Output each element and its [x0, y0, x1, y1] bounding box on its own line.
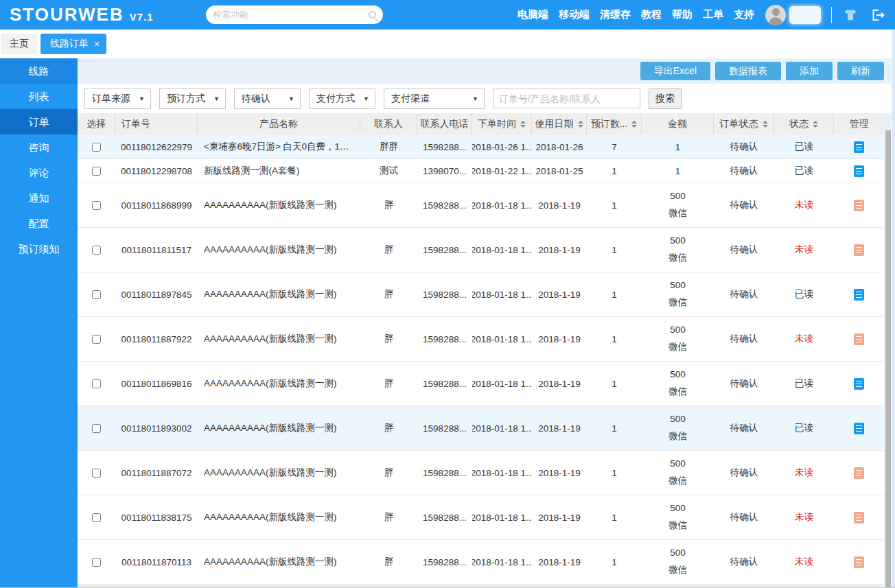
- document-icon[interactable]: [854, 423, 864, 434]
- amount: 500: [670, 503, 686, 513]
- amount-cell: 500 微信: [642, 317, 714, 361]
- row-checkbox[interactable]: [92, 424, 101, 433]
- chevron-down-icon: ▼: [363, 95, 369, 102]
- amount: 1: [675, 142, 681, 152]
- filter-dropdown[interactable]: 支付方式 ▼: [309, 89, 375, 109]
- select-cell: [78, 406, 115, 450]
- avatar[interactable]: [765, 5, 786, 25]
- topnav-link[interactable]: 电脑端: [518, 8, 548, 21]
- manage-cell: [834, 362, 884, 405]
- document-icon[interactable]: [854, 556, 864, 568]
- sort-icon[interactable]: [520, 121, 526, 128]
- global-search[interactable]: [206, 5, 383, 24]
- search-icon[interactable]: [369, 11, 376, 19]
- topnav-link[interactable]: 移动端: [559, 8, 590, 21]
- contact-phone: 1598288...: [417, 183, 472, 227]
- filter-dropdown[interactable]: 待确认 ▼: [234, 89, 301, 109]
- sidebar-item[interactable]: 评论: [0, 160, 78, 185]
- document-icon[interactable]: [854, 165, 864, 177]
- row-checkbox[interactable]: [92, 513, 101, 522]
- order-time: 2018-01-26 1...: [472, 135, 532, 158]
- sidebar-item[interactable]: 通知: [0, 185, 78, 211]
- contact-name: 胖: [360, 362, 417, 405]
- topnav-link[interactable]: 支持: [734, 8, 754, 21]
- sidebar-item[interactable]: 咨询: [0, 134, 78, 160]
- column-header-label: 使用日期: [535, 118, 574, 130]
- sidebar-item[interactable]: 订单: [0, 109, 78, 134]
- row-checkbox[interactable]: [92, 167, 101, 176]
- sidebar-item[interactable]: 线路: [0, 58, 78, 84]
- row-checkbox[interactable]: [92, 469, 101, 478]
- row-checkbox[interactable]: [92, 290, 101, 299]
- order-time: 2018-01-18 1...: [472, 228, 532, 272]
- sort-icon[interactable]: [813, 121, 818, 128]
- column-header: 管理: [834, 113, 884, 135]
- toolbar-button[interactable]: 导出Excel: [640, 62, 710, 80]
- order-no: 00118011870113: [115, 540, 198, 584]
- amount: 500: [670, 235, 686, 246]
- sidebar-item[interactable]: 配置: [0, 211, 78, 236]
- use-date: 2018-1-19: [532, 362, 587, 405]
- order-no: 00118011893002: [115, 406, 198, 450]
- row-checkbox[interactable]: [92, 201, 101, 210]
- filter-dropdown[interactable]: 订单来源 ▼: [84, 89, 151, 109]
- keyword-input[interactable]: [493, 89, 640, 108]
- row-checkbox[interactable]: [92, 558, 101, 567]
- sort-icon[interactable]: [763, 121, 768, 128]
- table-scrollbar-thumb[interactable]: [885, 130, 891, 588]
- tab[interactable]: 主页 ×: [1, 34, 37, 54]
- document-icon[interactable]: [854, 467, 864, 479]
- tab[interactable]: 线路订单 ×: [40, 34, 106, 54]
- contact-phone: 1598288...: [417, 228, 472, 272]
- document-icon[interactable]: [854, 141, 864, 153]
- topnav-link[interactable]: 清缓存: [600, 8, 631, 21]
- global-search-input[interactable]: [213, 10, 369, 20]
- order-status: 待确认: [714, 228, 774, 272]
- topnav-link[interactable]: 教程: [641, 8, 662, 21]
- use-date: 2018-1-19: [532, 406, 587, 450]
- logo-version: V7.1: [130, 11, 154, 23]
- amount-cell: 500 微信: [642, 495, 714, 539]
- column-header: 下单时间: [472, 113, 532, 135]
- filter-dropdown[interactable]: 支付渠道 ▼: [384, 89, 485, 109]
- filter-dropdown[interactable]: 预订方式 ▼: [159, 89, 226, 109]
- read-status: 未读: [774, 317, 834, 361]
- sort-icon[interactable]: [578, 121, 583, 128]
- table-row: 00118011868999 AAAAAAAAAA(新版线路测一测) 胖 159…: [78, 183, 884, 228]
- topnav-link[interactable]: 帮助: [672, 8, 693, 21]
- tab-close-icon[interactable]: ×: [94, 39, 100, 49]
- pay-channel: 微信: [669, 296, 687, 309]
- document-icon[interactable]: [854, 200, 864, 211]
- logout-icon[interactable]: [870, 8, 885, 23]
- toolbar-button[interactable]: 刷新: [837, 62, 884, 80]
- sort-icon[interactable]: [631, 121, 637, 128]
- order-no: 00118011887072: [115, 451, 198, 495]
- contact-phone: 1598288...: [417, 317, 472, 361]
- sidebar-item[interactable]: 预订须知: [0, 236, 78, 261]
- toolbar-button[interactable]: 添加: [786, 62, 833, 80]
- document-icon[interactable]: [854, 244, 864, 256]
- toolbar-button[interactable]: 数据报表: [715, 62, 781, 80]
- theme-tshirt-icon[interactable]: [842, 8, 859, 23]
- table-row: 00118011870113 AAAAAAAAAA(新版线路测一测) 胖 159…: [78, 540, 884, 585]
- document-icon[interactable]: [854, 289, 864, 301]
- order-time: 2018-01-18 1...: [472, 272, 532, 316]
- column-header: 订单状态: [714, 113, 774, 135]
- document-icon[interactable]: [854, 512, 864, 524]
- topnav-link[interactable]: 工单: [703, 8, 723, 21]
- row-checkbox[interactable]: [92, 379, 101, 388]
- order-no: 00118011838175: [115, 495, 198, 539]
- document-icon[interactable]: [854, 378, 864, 390]
- row-checkbox[interactable]: [92, 246, 101, 255]
- topbar-divider: [831, 7, 832, 23]
- filter-dropdowns: 订单来源 ▼ 预订方式 ▼ 待确认 ▼: [84, 89, 485, 109]
- document-icon[interactable]: [854, 333, 864, 345]
- booking-qty: 1: [587, 362, 642, 405]
- row-checkbox[interactable]: [92, 335, 101, 344]
- search-button[interactable]: 搜索: [649, 89, 682, 109]
- use-date: 2018-01-26: [532, 135, 587, 158]
- dropdown-value: 支付渠道: [391, 93, 430, 105]
- sidebar-item[interactable]: 列表: [0, 84, 78, 109]
- page-scrollbar-track[interactable]: [891, 30, 895, 587]
- row-checkbox[interactable]: [92, 143, 101, 152]
